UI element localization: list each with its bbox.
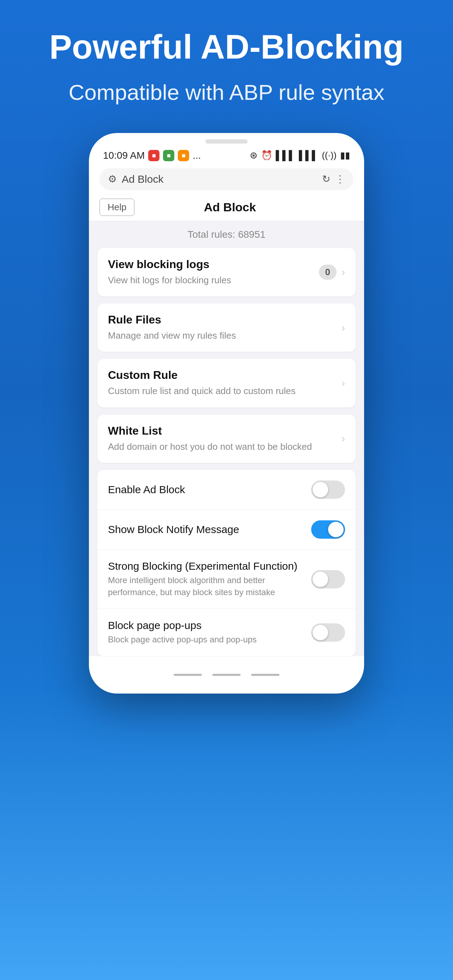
wifi-icon: ((·))	[322, 150, 337, 161]
card-title-rule-files: Rule Files	[108, 313, 342, 326]
time-text: 10:09 AM	[103, 150, 145, 161]
refresh-icon[interactable]: ↻	[322, 173, 330, 185]
card-title-view-blocking-logs: View blocking logs	[108, 258, 319, 271]
toggle-knob-block-popups	[313, 625, 328, 640]
menu-item-white-list[interactable]: White List Add domain or host you do not…	[97, 415, 356, 463]
page-nav: Help Ad Block	[89, 194, 364, 221]
card-right-view-blocking-logs: 0 ›	[319, 264, 345, 280]
toggle-knob-strong-blocking	[313, 571, 328, 587]
card-text-white-list: White List Add domain or host you do not…	[108, 425, 342, 453]
address-bar-text: Ad Block	[122, 173, 317, 185]
card-text-custom-rule: Custom Rule Custom rule list and quick a…	[108, 369, 342, 397]
app-icon-1: ■	[148, 150, 159, 161]
nav-line-back	[173, 674, 202, 676]
more-dots: ...	[192, 150, 201, 161]
toggle-strong-blocking[interactable]	[311, 570, 345, 589]
setting-strong-blocking: Strong Blocking (Experimental Function) …	[97, 550, 356, 609]
toggle-block-popups[interactable]	[311, 624, 345, 642]
card-desc-custom-rule: Custom rule list and quick add to custom…	[108, 385, 342, 397]
status-time: 10:09 AM ■ ■ ■ ...	[103, 150, 201, 161]
menu-dots-icon[interactable]: ⋮	[335, 173, 345, 185]
settings-icon: ⚙	[108, 173, 117, 185]
address-bar[interactable]: ⚙ Ad Block ↻ ⋮	[100, 168, 353, 190]
chevron-icon-white-list: ›	[342, 433, 345, 444]
total-rules-text: Total rules: 68951	[188, 229, 265, 240]
main-content: Total rules: 68951 View blocking logs Vi…	[89, 221, 364, 656]
setting-label-strong-blocking: Strong Blocking (Experimental Function) …	[108, 560, 311, 598]
setting-enable-ad-block: Enable Ad Block	[97, 470, 356, 510]
settings-card: Enable Ad Block Show Block Notify Messag…	[97, 470, 356, 656]
chevron-icon-view-blocking-logs: ›	[342, 266, 345, 278]
setting-label-enable-ad-block: Enable Ad Block	[108, 484, 311, 496]
hero-title: Powerful AD-Blocking	[49, 28, 404, 65]
blocking-logs-badge: 0	[319, 264, 337, 280]
help-button[interactable]: Help	[100, 199, 134, 216]
phone-nav-bar	[89, 663, 364, 679]
card-desc-rule-files: Manage and view my rules files	[108, 329, 342, 342]
setting-show-block-notify: Show Block Notify Message	[97, 510, 356, 550]
setting-desc-strong-blocking: More intelligent block algorithm and bet…	[108, 574, 304, 598]
card-text-view-blocking-logs: View blocking logs View hit logs for blo…	[108, 258, 319, 286]
card-right-rule-files: ›	[342, 322, 345, 334]
toggle-knob-enable-ad-block	[313, 482, 328, 497]
card-title-custom-rule: Custom Rule	[108, 369, 342, 382]
signal-icon-2: ▌▌▌	[299, 150, 318, 161]
toggle-enable-ad-block[interactable]	[311, 480, 345, 499]
chevron-icon-custom-rule: ›	[342, 377, 345, 389]
setting-label-block-popups: Block page pop-ups Block page active pop…	[108, 619, 311, 646]
page-title: Ad Block	[134, 200, 325, 214]
card-right-custom-rule: ›	[342, 377, 345, 389]
card-desc-view-blocking-logs: View hit logs for blocking rules	[108, 274, 319, 286]
setting-label-show-block-notify: Show Block Notify Message	[108, 523, 311, 536]
alarm-icon: ⏰	[261, 150, 272, 161]
card-right-white-list: ›	[342, 433, 345, 444]
menu-item-custom-rule[interactable]: Custom Rule Custom rule list and quick a…	[97, 359, 356, 407]
phone-notch	[205, 139, 248, 143]
setting-desc-block-popups: Block page active pop-ups and pop-ups	[108, 633, 304, 646]
card-title-white-list: White List	[108, 425, 342, 438]
setting-block-popups: Block page pop-ups Block page active pop…	[97, 609, 356, 656]
menu-item-view-blocking-logs[interactable]: View blocking logs View hit logs for blo…	[97, 248, 356, 296]
battery-icon: ▮▮	[340, 150, 350, 161]
status-bar: 10:09 AM ■ ■ ■ ... ⊛ ⏰ ▌▌▌ ▌▌▌ ((·)) ▮▮	[89, 143, 364, 165]
nav-line-recent	[251, 674, 280, 676]
card-desc-white-list: Add domain or host you do not want to be…	[108, 440, 342, 453]
phone-mockup: 10:09 AM ■ ■ ■ ... ⊛ ⏰ ▌▌▌ ▌▌▌ ((·)) ▮▮ …	[89, 133, 364, 694]
app-icon-2: ■	[163, 150, 174, 161]
chevron-icon-rule-files: ›	[342, 322, 345, 334]
toggle-knob-show-block-notify	[328, 522, 343, 537]
bluetooth-icon: ⊛	[250, 150, 257, 161]
toggle-show-block-notify[interactable]	[311, 520, 345, 539]
nav-line-home	[212, 674, 241, 676]
hero-subtitle: Compatible with ABP rule syntax	[69, 80, 385, 105]
status-icons: ⊛ ⏰ ▌▌▌ ▌▌▌ ((·)) ▮▮	[250, 150, 350, 161]
signal-icon-1: ▌▌▌	[276, 150, 295, 161]
app-icon-3: ■	[178, 150, 189, 161]
card-text-rule-files: Rule Files Manage and view my rules file…	[108, 313, 342, 342]
total-rules-bar: Total rules: 68951	[89, 221, 364, 248]
menu-item-rule-files[interactable]: Rule Files Manage and view my rules file…	[97, 303, 356, 352]
